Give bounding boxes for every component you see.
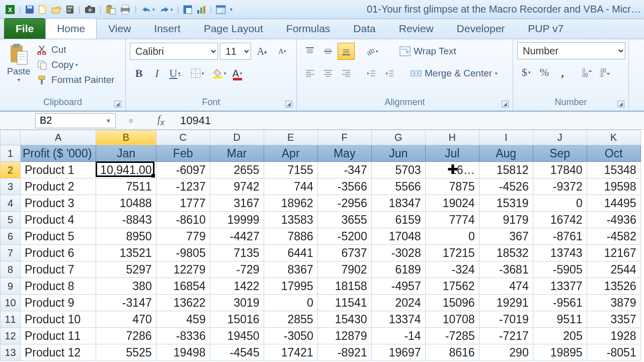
- tab-pup-v7[interactable]: PUP v7: [516, 18, 575, 39]
- cell[interactable]: 17048: [371, 228, 425, 245]
- cell[interactable]: -8921: [317, 344, 371, 361]
- cell[interactable]: 18962: [264, 195, 317, 212]
- align-center-button[interactable]: [319, 65, 337, 82]
- row-header-7[interactable]: 7: [1, 245, 21, 261]
- accounting-format-button[interactable]: $▾: [518, 64, 535, 81]
- tab-page-layout[interactable]: Page Layout: [192, 18, 275, 39]
- cell[interactable]: -4957: [371, 278, 425, 295]
- cell[interactable]: -8336: [156, 328, 210, 344]
- print-icon[interactable]: [120, 4, 131, 15]
- font-color-button[interactable]: A▾: [229, 65, 246, 82]
- cell[interactable]: 13377: [533, 278, 587, 295]
- cell[interactable]: 17215: [425, 245, 479, 261]
- cell[interactable]: 3655: [317, 212, 371, 228]
- cell[interactable]: 5525: [96, 344, 156, 361]
- cell[interactable]: 744: [264, 178, 317, 195]
- chart-icon[interactable]: [196, 4, 206, 15]
- undo-icon[interactable]: ▾: [141, 4, 155, 15]
- align-middle-button[interactable]: [319, 43, 337, 60]
- cell[interactable]: 15812: [479, 162, 533, 178]
- cell[interactable]: 8616: [425, 344, 479, 361]
- cell[interactable]: 7135: [210, 245, 264, 261]
- cell[interactable]: Product 5: [21, 228, 96, 245]
- row-header-5[interactable]: 5: [1, 212, 21, 228]
- cell[interactable]: 15016: [210, 311, 264, 328]
- cell[interactable]: 15348: [587, 162, 640, 178]
- cell[interactable]: 11541: [317, 295, 371, 311]
- cell[interactable]: -324: [425, 261, 479, 278]
- cell[interactable]: 12167: [587, 245, 640, 261]
- form-icon[interactable]: [216, 4, 226, 15]
- col-header-F[interactable]: F: [317, 130, 371, 145]
- cell[interactable]: 12279: [156, 261, 210, 278]
- align-right-button[interactable]: [338, 65, 355, 82]
- copy-button[interactable]: Copy▾: [35, 57, 117, 72]
- cell[interactable]: 19697: [371, 344, 425, 361]
- tab-data[interactable]: Data: [342, 18, 387, 39]
- italic-button[interactable]: I: [148, 65, 166, 82]
- merge-center-button[interactable]: Merge & Center▾: [406, 65, 502, 82]
- cell[interactable]: -1237: [156, 178, 210, 195]
- cell[interactable]: -4936: [587, 212, 640, 228]
- header-cell[interactable]: Profit ($ '000): [21, 145, 96, 162]
- cell[interactable]: 7511: [96, 178, 156, 195]
- cell[interactable]: 9179: [479, 212, 533, 228]
- clipboard-dialog-launcher[interactable]: ◢: [114, 101, 121, 108]
- cell[interactable]: 9742: [210, 178, 264, 195]
- cell[interactable]: 19895: [533, 344, 587, 361]
- col-header-B[interactable]: B: [96, 130, 156, 145]
- row-header-6[interactable]: 6: [1, 228, 21, 245]
- cell[interactable]: 8367: [264, 261, 317, 278]
- cell[interactable]: -7019: [479, 311, 533, 328]
- cell[interactable]: Product 7: [21, 261, 96, 278]
- header-cell[interactable]: Apr: [264, 145, 317, 162]
- cell[interactable]: 15319: [479, 195, 533, 212]
- tab-developer[interactable]: Developer: [445, 18, 517, 39]
- worksheet-grid[interactable]: ABCDEFGHIJK1Profit ($ '000)JanFebMarAprM…: [0, 130, 644, 361]
- cell[interactable]: -14: [371, 328, 425, 344]
- header-cell[interactable]: Mar: [210, 145, 264, 162]
- cell[interactable]: 5297: [96, 261, 156, 278]
- calc-icon[interactable]: [65, 4, 74, 15]
- col-header-H[interactable]: H: [425, 130, 479, 145]
- cell[interactable]: 2544: [587, 261, 640, 278]
- increase-decimal-button[interactable]: .0.00: [578, 64, 595, 81]
- row-header-11[interactable]: 11: [1, 311, 21, 328]
- cell[interactable]: 7155: [264, 162, 317, 178]
- cell[interactable]: 7774: [425, 212, 479, 228]
- save-icon[interactable]: [25, 4, 34, 15]
- percent-format-button[interactable]: %: [536, 64, 553, 81]
- borders-button[interactable]: ▾: [189, 65, 206, 82]
- cell[interactable]: -7285: [425, 328, 479, 344]
- cell[interactable]: -4545: [210, 344, 264, 361]
- cell[interactable]: 205: [533, 328, 587, 344]
- header-cell[interactable]: Aug: [479, 145, 533, 162]
- cell[interactable]: -8843: [96, 212, 156, 228]
- cell[interactable]: 459: [156, 311, 210, 328]
- alignment-dialog-launcher[interactable]: ◢: [502, 101, 509, 108]
- cell[interactable]: 380: [96, 278, 156, 295]
- align-bottom-button[interactable]: [338, 43, 355, 60]
- cell[interactable]: -9372: [533, 178, 587, 195]
- camera-icon[interactable]: [85, 4, 96, 15]
- cell[interactable]: 15096: [425, 295, 479, 311]
- row-header-9[interactable]: 9: [1, 278, 21, 295]
- cell[interactable]: -4427: [210, 228, 264, 245]
- cell[interactable]: Product 2: [21, 178, 96, 195]
- header-cell[interactable]: Jul: [425, 145, 479, 162]
- cell[interactable]: -9561: [533, 295, 587, 311]
- cell[interactable]: 14495: [587, 195, 640, 212]
- underline-button[interactable]: U▾: [167, 65, 184, 82]
- tab-view[interactable]: View: [97, 18, 142, 39]
- tab-insert[interactable]: Insert: [142, 18, 192, 39]
- cell[interactable]: -3566: [317, 178, 371, 195]
- cell[interactable]: Product 11: [21, 328, 96, 344]
- cell[interactable]: 1928: [587, 328, 640, 344]
- cell[interactable]: 779: [156, 228, 210, 245]
- font-name-combo[interactable]: Calibri: [130, 43, 218, 60]
- cell[interactable]: 1777: [156, 195, 210, 212]
- cell[interactable]: 5566: [371, 178, 425, 195]
- cell[interactable]: 0: [264, 295, 317, 311]
- cell[interactable]: 12879: [317, 328, 371, 344]
- format-painter-button[interactable]: Format Painter: [35, 72, 117, 87]
